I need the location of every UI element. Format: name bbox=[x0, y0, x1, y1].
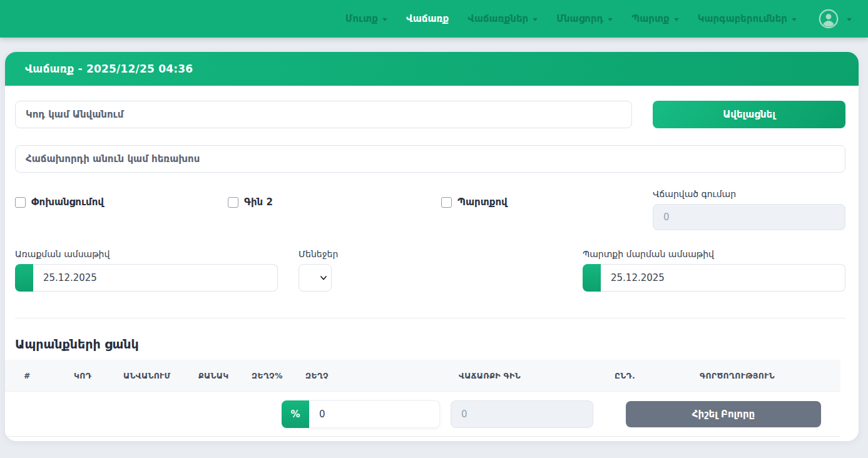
nav-item-stock[interactable]: Մնացորդ bbox=[556, 13, 613, 24]
nav-item-label: Մուտք bbox=[345, 13, 378, 24]
delivery-date-input[interactable] bbox=[33, 264, 278, 292]
discount-input[interactable] bbox=[309, 400, 440, 428]
nav-item-sales[interactable]: Վաճառքներ bbox=[467, 13, 538, 24]
user-menu[interactable] bbox=[818, 8, 852, 29]
top-navbar: Մուտք Վաճառք Վաճառքներ Մնացորդ Պարտք Կար… bbox=[0, 0, 868, 38]
caret-down-icon bbox=[382, 18, 387, 21]
col-code: ԿՈԴ bbox=[74, 371, 91, 380]
col-quantity: ՔԱՆԱԿ bbox=[198, 371, 228, 380]
transfer-checkbox[interactable] bbox=[15, 197, 26, 208]
caret-down-icon bbox=[674, 18, 679, 21]
col-index: # bbox=[24, 371, 31, 380]
products-table-header: # ԿՈԴ ԱՆՎԱՆՈՒՄ ՔԱՆԱԿ ԶԵՂՉ% ԶԵՂՉ ՎԱՃԱՌՔԻ … bbox=[5, 360, 840, 392]
calendar-addon-icon[interactable] bbox=[15, 264, 33, 292]
table-footer-row: % Հիշել Բոլորը bbox=[5, 392, 840, 437]
caret-down-icon bbox=[533, 18, 538, 21]
nav-item-settings[interactable]: Կարգաբերումներ bbox=[698, 13, 797, 24]
nav-item-sale-active[interactable]: Վաճառք bbox=[406, 13, 449, 24]
caret-down-icon bbox=[608, 18, 613, 21]
caret-down-icon bbox=[792, 18, 797, 21]
col-name: ԱՆՎԱՆՈՒՄ bbox=[123, 371, 171, 380]
transfer-checkbox-label: Փոխանցումով bbox=[15, 196, 228, 208]
user-avatar-icon bbox=[818, 8, 839, 29]
col-action: ԳՈՐԾՈՂՈՒԹՅՈՒՆ bbox=[700, 371, 775, 380]
add-button[interactable]: Ավելացնել bbox=[653, 101, 845, 128]
nav-item-label: Կարգաբերումներ bbox=[698, 13, 787, 24]
percent-addon-icon[interactable]: % bbox=[282, 400, 309, 428]
col-sale-price: ՎԱՃԱՌՔԻ ԳԻՆ bbox=[459, 371, 521, 380]
customer-name-or-phone-input[interactable] bbox=[15, 145, 845, 173]
manager-select[interactable] bbox=[299, 264, 332, 292]
price2-checkbox[interactable] bbox=[228, 197, 238, 208]
debt-date-label: Պարտքի մարման ամսաթիվ bbox=[583, 249, 845, 259]
nav-item-debt[interactable]: Պարտք bbox=[631, 13, 678, 24]
delivery-date-label: Առաքման ամսաթիվ bbox=[15, 249, 278, 259]
save-all-button[interactable]: Հիշել Բոլորը bbox=[626, 401, 821, 427]
debt-checkbox-label: Պարտքով bbox=[441, 196, 653, 208]
price2-checkbox-label: Գին 2 bbox=[228, 196, 441, 208]
section-divider bbox=[15, 318, 845, 318]
nav-item-label: Պարտք bbox=[631, 13, 669, 24]
products-list-title: Ապրանքների ցանկ bbox=[15, 337, 859, 351]
products-table: # ԿՈԴ ԱՆՎԱՆՈՒՄ ՔԱՆԱԿ ԶԵՂՉ% ԶԵՂՉ ՎԱՃԱՌՔԻ … bbox=[5, 360, 840, 437]
total-price-input bbox=[451, 400, 593, 428]
paid-amount-input bbox=[653, 204, 845, 230]
nav-item-label: Մնացորդ bbox=[556, 13, 603, 24]
card-header: Վաճառք - 2025/12/25 04:36 bbox=[5, 52, 859, 86]
nav-item-login[interactable]: Մուտք bbox=[345, 13, 387, 24]
nav-item-label: Վաճառք bbox=[406, 13, 449, 24]
col-discount-pct: ԶԵՂՉ% bbox=[252, 371, 283, 380]
debt-checkbox[interactable] bbox=[441, 197, 452, 208]
col-discount: ԶԵՂՉ bbox=[305, 371, 329, 380]
calendar-addon-icon[interactable] bbox=[583, 264, 601, 292]
page-title: Վաճառք - 2025/12/25 04:36 bbox=[25, 63, 193, 75]
discount-input-group: % bbox=[282, 400, 440, 428]
manager-label: Մենեջեր bbox=[299, 249, 338, 259]
product-code-or-name-input[interactable] bbox=[15, 101, 632, 128]
paid-amount-label: Վճարված գումար bbox=[653, 189, 845, 199]
sale-card: Վաճառք - 2025/12/25 04:36 Ավելացնել Փոխա… bbox=[5, 52, 859, 441]
caret-down-icon bbox=[847, 18, 852, 21]
col-total: ԸՆԴ. bbox=[615, 371, 635, 380]
debt-repayment-date-input[interactable] bbox=[601, 264, 845, 292]
nav-item-label: Վաճառքներ bbox=[467, 13, 528, 24]
